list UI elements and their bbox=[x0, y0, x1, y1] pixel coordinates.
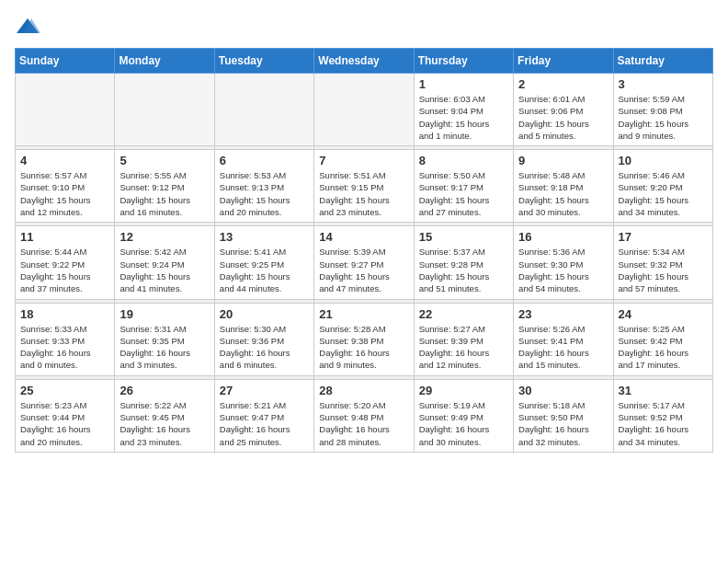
day-number: 6 bbox=[220, 154, 309, 167]
calendar-cell: 29Sunrise: 5:19 AMSunset: 9:49 PMDayligh… bbox=[414, 379, 513, 452]
day-info: Sunrise: 5:48 AMSunset: 9:18 PMDaylight:… bbox=[518, 169, 608, 218]
day-info: Sunrise: 5:50 AMSunset: 9:17 PMDaylight:… bbox=[419, 169, 508, 218]
weekday-header-saturday: Saturday bbox=[613, 49, 712, 74]
day-number: 14 bbox=[319, 230, 408, 244]
weekday-header-friday: Friday bbox=[514, 49, 613, 74]
calendar-cell: 5Sunrise: 5:55 AMSunset: 9:12 PMDaylight… bbox=[115, 150, 214, 223]
calendar-cell: 13Sunrise: 5:41 AMSunset: 9:25 PMDayligh… bbox=[214, 226, 313, 299]
logo-icon bbox=[15, 15, 40, 40]
calendar-cell: 20Sunrise: 5:30 AMSunset: 9:36 PMDayligh… bbox=[214, 303, 313, 375]
calendar-cell: 25Sunrise: 5:23 AMSunset: 9:44 PMDayligh… bbox=[16, 379, 115, 452]
day-info: Sunrise: 5:18 AMSunset: 9:50 PMDaylight:… bbox=[518, 399, 608, 448]
day-info: Sunrise: 5:59 AMSunset: 9:08 PMDaylight:… bbox=[619, 93, 708, 142]
day-info: Sunrise: 5:21 AMSunset: 9:47 PMDaylight:… bbox=[220, 399, 309, 448]
day-info: Sunrise: 5:53 AMSunset: 9:13 PMDaylight:… bbox=[220, 169, 309, 218]
day-info: Sunrise: 5:36 AMSunset: 9:30 PMDaylight:… bbox=[518, 246, 608, 294]
header-row: SundayMondayTuesdayWednesdayThursdayFrid… bbox=[16, 49, 713, 74]
weekday-header-tuesday: Tuesday bbox=[214, 49, 313, 74]
weekday-header-thursday: Thursday bbox=[414, 49, 513, 74]
calendar-cell: 4Sunrise: 5:57 AMSunset: 9:10 PMDaylight… bbox=[16, 150, 115, 223]
day-info: Sunrise: 5:46 AMSunset: 9:20 PMDaylight:… bbox=[619, 169, 708, 218]
day-number: 18 bbox=[20, 307, 109, 321]
day-number: 9 bbox=[518, 154, 608, 167]
weekday-header-wednesday: Wednesday bbox=[314, 49, 414, 74]
day-info: Sunrise: 5:25 AMSunset: 9:42 PMDaylight:… bbox=[619, 323, 708, 372]
day-number: 4 bbox=[20, 154, 109, 167]
day-number: 10 bbox=[619, 154, 708, 167]
day-number: 1 bbox=[419, 77, 508, 91]
calendar-cell: 28Sunrise: 5:20 AMSunset: 9:48 PMDayligh… bbox=[314, 379, 414, 452]
day-number: 29 bbox=[419, 384, 508, 397]
day-info: Sunrise: 5:20 AMSunset: 9:48 PMDaylight:… bbox=[319, 399, 408, 448]
day-info: Sunrise: 6:03 AMSunset: 9:04 PMDaylight:… bbox=[419, 93, 508, 142]
calendar-cell bbox=[16, 74, 115, 146]
day-number: 11 bbox=[20, 230, 109, 244]
day-info: Sunrise: 5:39 AMSunset: 9:27 PMDaylight:… bbox=[319, 246, 408, 294]
day-info: Sunrise: 5:34 AMSunset: 9:32 PMDaylight:… bbox=[619, 246, 708, 294]
day-info: Sunrise: 5:30 AMSunset: 9:36 PMDaylight:… bbox=[220, 323, 309, 372]
day-info: Sunrise: 5:57 AMSunset: 9:10 PMDaylight:… bbox=[20, 169, 109, 218]
day-info: Sunrise: 5:19 AMSunset: 9:49 PMDaylight:… bbox=[419, 399, 508, 448]
page-header bbox=[15, 15, 713, 40]
day-number: 24 bbox=[619, 307, 708, 321]
day-number: 23 bbox=[518, 307, 608, 321]
day-number: 25 bbox=[20, 384, 109, 397]
day-info: Sunrise: 5:33 AMSunset: 9:33 PMDaylight:… bbox=[20, 323, 109, 372]
day-info: Sunrise: 5:23 AMSunset: 9:44 PMDaylight:… bbox=[20, 399, 109, 448]
day-info: Sunrise: 5:51 AMSunset: 9:15 PMDaylight:… bbox=[319, 169, 408, 218]
day-info: Sunrise: 5:26 AMSunset: 9:41 PMDaylight:… bbox=[518, 323, 608, 372]
day-number: 17 bbox=[619, 230, 708, 244]
calendar-week-row: 11Sunrise: 5:44 AMSunset: 9:22 PMDayligh… bbox=[16, 226, 713, 299]
calendar-cell: 10Sunrise: 5:46 AMSunset: 9:20 PMDayligh… bbox=[613, 150, 712, 223]
weekday-header-monday: Monday bbox=[115, 49, 214, 74]
day-number: 5 bbox=[119, 154, 209, 167]
calendar-cell bbox=[314, 74, 414, 146]
calendar-cell bbox=[115, 74, 214, 146]
calendar-cell: 12Sunrise: 5:42 AMSunset: 9:24 PMDayligh… bbox=[115, 226, 214, 299]
day-info: Sunrise: 5:31 AMSunset: 9:35 PMDaylight:… bbox=[119, 323, 209, 372]
calendar-cell: 26Sunrise: 5:22 AMSunset: 9:45 PMDayligh… bbox=[115, 379, 214, 452]
calendar-week-row: 4Sunrise: 5:57 AMSunset: 9:10 PMDaylight… bbox=[16, 150, 713, 223]
calendar-cell: 9Sunrise: 5:48 AMSunset: 9:18 PMDaylight… bbox=[514, 150, 613, 223]
calendar-cell: 24Sunrise: 5:25 AMSunset: 9:42 PMDayligh… bbox=[613, 303, 712, 375]
day-info: Sunrise: 5:37 AMSunset: 9:28 PMDaylight:… bbox=[419, 246, 508, 294]
day-number: 19 bbox=[119, 307, 209, 321]
day-number: 26 bbox=[119, 384, 209, 397]
day-number: 28 bbox=[319, 384, 408, 397]
day-number: 30 bbox=[518, 384, 608, 397]
calendar-cell: 11Sunrise: 5:44 AMSunset: 9:22 PMDayligh… bbox=[16, 226, 115, 299]
calendar-cell bbox=[214, 74, 313, 146]
calendar-table: SundayMondayTuesdayWednesdayThursdayFrid… bbox=[15, 48, 713, 453]
calendar-cell: 19Sunrise: 5:31 AMSunset: 9:35 PMDayligh… bbox=[115, 303, 214, 375]
calendar-cell: 6Sunrise: 5:53 AMSunset: 9:13 PMDaylight… bbox=[214, 150, 313, 223]
day-info: Sunrise: 5:55 AMSunset: 9:12 PMDaylight:… bbox=[119, 169, 209, 218]
day-number: 3 bbox=[619, 77, 708, 91]
calendar-cell: 14Sunrise: 5:39 AMSunset: 9:27 PMDayligh… bbox=[314, 226, 414, 299]
calendar-cell: 7Sunrise: 5:51 AMSunset: 9:15 PMDaylight… bbox=[314, 150, 414, 223]
calendar-cell: 18Sunrise: 5:33 AMSunset: 9:33 PMDayligh… bbox=[16, 303, 115, 375]
day-number: 16 bbox=[518, 230, 608, 244]
day-number: 31 bbox=[619, 384, 708, 397]
day-number: 13 bbox=[220, 230, 309, 244]
day-number: 22 bbox=[419, 307, 508, 321]
day-number: 27 bbox=[220, 384, 309, 397]
calendar-week-row: 1Sunrise: 6:03 AMSunset: 9:04 PMDaylight… bbox=[16, 74, 713, 146]
calendar-cell: 27Sunrise: 5:21 AMSunset: 9:47 PMDayligh… bbox=[214, 379, 313, 452]
day-info: Sunrise: 6:01 AMSunset: 9:06 PMDaylight:… bbox=[518, 93, 608, 142]
day-number: 8 bbox=[419, 154, 508, 167]
calendar-cell: 17Sunrise: 5:34 AMSunset: 9:32 PMDayligh… bbox=[613, 226, 712, 299]
calendar-cell: 8Sunrise: 5:50 AMSunset: 9:17 PMDaylight… bbox=[414, 150, 513, 223]
calendar-cell: 3Sunrise: 5:59 AMSunset: 9:08 PMDaylight… bbox=[613, 74, 712, 146]
day-number: 15 bbox=[419, 230, 508, 244]
day-number: 7 bbox=[319, 154, 408, 167]
day-number: 2 bbox=[518, 77, 608, 91]
day-info: Sunrise: 5:42 AMSunset: 9:24 PMDaylight:… bbox=[119, 246, 209, 294]
logo bbox=[15, 15, 42, 40]
calendar-cell: 2Sunrise: 6:01 AMSunset: 9:06 PMDaylight… bbox=[514, 74, 613, 146]
calendar-cell: 21Sunrise: 5:28 AMSunset: 9:38 PMDayligh… bbox=[314, 303, 414, 375]
calendar-cell: 31Sunrise: 5:17 AMSunset: 9:52 PMDayligh… bbox=[613, 379, 712, 452]
day-info: Sunrise: 5:22 AMSunset: 9:45 PMDaylight:… bbox=[119, 399, 209, 448]
calendar-cell: 22Sunrise: 5:27 AMSunset: 9:39 PMDayligh… bbox=[414, 303, 513, 375]
day-number: 21 bbox=[319, 307, 408, 321]
day-number: 12 bbox=[119, 230, 209, 244]
